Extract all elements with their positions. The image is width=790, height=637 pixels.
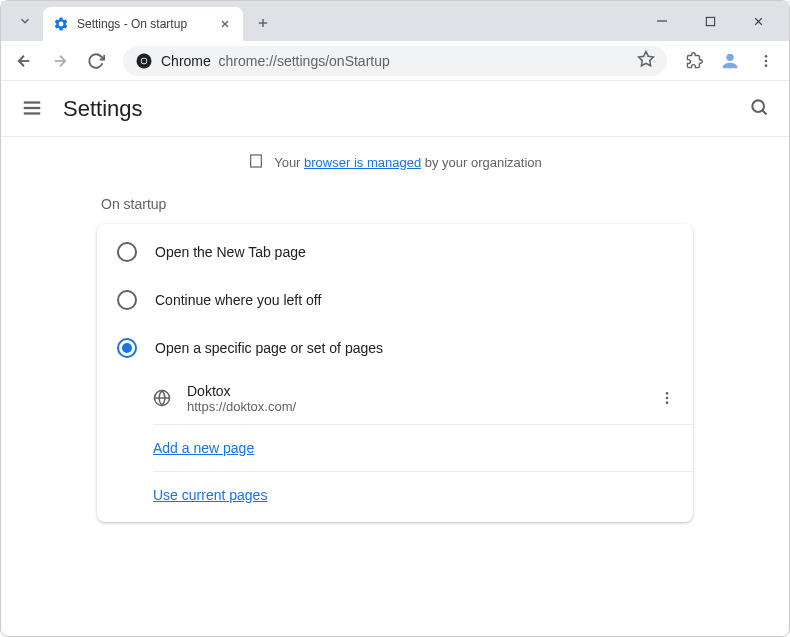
new-tab-button[interactable] [249, 9, 277, 37]
add-page-link[interactable]: Add a new page [153, 440, 254, 456]
svg-point-35 [666, 392, 669, 395]
radio-icon [117, 242, 137, 262]
svg-point-17 [765, 64, 768, 67]
svg-point-37 [666, 401, 669, 404]
app-bar: Settings [1, 81, 789, 137]
bookmark-star-icon[interactable] [637, 50, 655, 72]
svg-rect-5 [706, 17, 714, 25]
svg-marker-13 [639, 51, 654, 65]
svg-point-12 [142, 58, 147, 63]
section-title: On startup [101, 196, 693, 212]
chrome-icon [135, 52, 153, 70]
managed-link[interactable]: browser is managed [304, 155, 421, 170]
kebab-menu-button[interactable] [751, 46, 781, 76]
radio-icon [117, 338, 137, 358]
tab-strip: Settings - On startup [1, 1, 789, 41]
content-area: Your browser is managed by your organiza… [1, 137, 789, 636]
svg-point-36 [666, 397, 669, 400]
option-label: Open the New Tab page [155, 244, 306, 260]
maximize-button[interactable] [695, 6, 725, 36]
page-title: Settings [63, 96, 143, 122]
option-label: Continue where you left off [155, 292, 321, 308]
address-bar[interactable]: Chrome chrome://settings/onStartup [123, 46, 667, 76]
minimize-button[interactable] [647, 6, 677, 36]
use-current-link[interactable]: Use current pages [153, 487, 267, 503]
forward-button[interactable] [45, 46, 75, 76]
startup-page-row: Doktox https://doktox.com/ [97, 372, 693, 424]
svg-point-21 [752, 100, 764, 112]
startup-card: Open the New Tab page Continue where you… [97, 224, 693, 522]
managed-notice: Your browser is managed by your organiza… [248, 153, 542, 172]
page-name: Doktox [187, 383, 635, 399]
reload-button[interactable] [81, 46, 111, 76]
toolbar: Chrome chrome://settings/onStartup [1, 41, 789, 81]
tab-search-button[interactable] [11, 7, 39, 35]
svg-point-15 [765, 55, 768, 58]
option-new-tab[interactable]: Open the New Tab page [97, 228, 693, 276]
extensions-button[interactable] [679, 46, 709, 76]
profile-button[interactable] [715, 46, 745, 76]
svg-point-16 [765, 59, 768, 62]
hamburger-icon[interactable] [21, 97, 45, 121]
close-icon[interactable] [217, 16, 233, 32]
gear-icon [53, 16, 69, 32]
svg-point-14 [726, 53, 733, 60]
window-close-button[interactable] [743, 6, 773, 36]
page-url: https://doktox.com/ [187, 399, 635, 414]
building-icon [248, 153, 264, 172]
option-specific[interactable]: Open a specific page or set of pages [97, 324, 693, 372]
search-icon[interactable] [749, 97, 769, 121]
window-controls [647, 6, 789, 36]
option-continue[interactable]: Continue where you left off [97, 276, 693, 324]
tab-title: Settings - On startup [77, 17, 209, 31]
omnibox-text: Chrome chrome://settings/onStartup [161, 53, 390, 69]
svg-line-22 [763, 110, 767, 114]
radio-icon [117, 290, 137, 310]
more-actions-button[interactable] [651, 382, 683, 414]
managed-text: Your browser is managed by your organiza… [274, 155, 542, 170]
option-label: Open a specific page or set of pages [155, 340, 383, 356]
globe-icon [153, 389, 171, 407]
svg-rect-23 [251, 155, 262, 167]
back-button[interactable] [9, 46, 39, 76]
browser-tab[interactable]: Settings - On startup [43, 7, 243, 41]
